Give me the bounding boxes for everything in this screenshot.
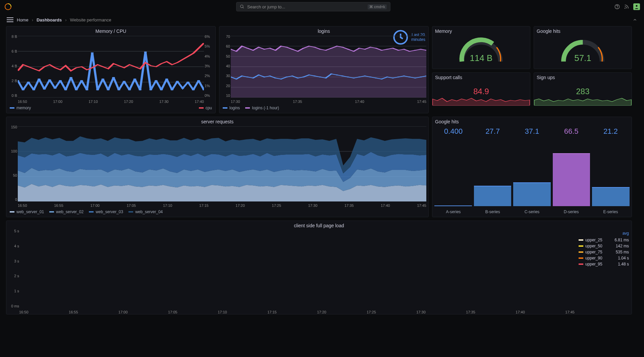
svg-point-69	[297, 51, 299, 52]
breadcrumb-home[interactable]: Home	[17, 17, 29, 22]
legend-swatch	[579, 263, 583, 265]
svg-point-14	[21, 90, 24, 91]
svg-point-45	[186, 82, 190, 83]
panel-title: Memory	[432, 26, 530, 35]
y-axis-left: 150100500	[8, 125, 17, 201]
panel-support-calls[interactable]: Support calls 84.9	[432, 72, 530, 106]
legend-swatch	[128, 211, 133, 213]
legend-swatch	[199, 107, 204, 109]
chart-canvas	[231, 36, 426, 98]
svg-point-116	[358, 77, 361, 77]
grafana-logo-icon	[4, 3, 12, 11]
svg-point-88	[403, 49, 405, 50]
bar-gauge-category: C-series	[512, 210, 551, 214]
svg-point-95	[241, 75, 243, 76]
svg-point-91	[420, 49, 422, 50]
panel-title: client side full page load	[6, 221, 632, 229]
bar-gauge-cell	[474, 138, 512, 206]
svg-point-119	[375, 78, 377, 78]
svg-point-125	[409, 77, 411, 77]
svg-point-71	[308, 46, 310, 47]
svg-point-65	[274, 50, 277, 51]
svg-point-38	[149, 90, 152, 91]
legend-swatch	[245, 107, 250, 109]
svg-point-87	[397, 50, 399, 51]
legend-swatch	[579, 257, 583, 259]
svg-point-40	[160, 90, 163, 91]
panel-title: Support calls	[432, 73, 530, 81]
breadcrumb-current: Website performance	[70, 17, 111, 22]
svg-point-124	[403, 75, 405, 76]
panel-title: server requests	[6, 117, 428, 125]
breadcrumb-dashboards[interactable]: Dashboards	[37, 17, 62, 22]
bar-gauge-cell	[434, 138, 472, 206]
svg-point-26	[86, 90, 89, 91]
svg-point-108	[313, 75, 316, 76]
panel-memory-cpu[interactable]: Memory / CPU 8 B6 B4 B2 B0 B 6%5%4%3%2%1…	[6, 26, 216, 113]
svg-point-109	[319, 77, 321, 77]
x-axis: 17:3017:3517:4017:45	[231, 100, 426, 104]
svg-point-39	[155, 80, 158, 81]
panel-title: Sign ups	[534, 73, 632, 81]
legend-item: upper_50142 ms	[579, 243, 629, 249]
legend: memory cpu	[6, 104, 215, 113]
svg-point-90	[414, 50, 416, 51]
legend-swatch	[579, 251, 583, 253]
chevron-up-icon[interactable]	[633, 17, 637, 22]
svg-point-102	[280, 79, 282, 79]
svg-point-105	[297, 78, 299, 78]
svg-point-118	[369, 77, 372, 77]
svg-point-74	[325, 50, 327, 51]
svg-point-127	[420, 77, 422, 77]
search-input[interactable]: Search or jump to... ⌘ cmd+k	[236, 2, 390, 11]
chevron-right-icon: ›	[32, 17, 33, 22]
svg-point-35	[133, 78, 136, 79]
svg-point-111	[330, 73, 332, 74]
svg-point-68	[291, 49, 293, 50]
svg-point-80	[358, 48, 361, 49]
svg-point-37	[144, 52, 147, 53]
panel-google-hits-gauge[interactable]: Google hits 57.1	[534, 26, 632, 69]
rss-icon[interactable]	[624, 4, 629, 9]
help-icon[interactable]	[614, 4, 620, 9]
svg-point-43	[176, 81, 179, 82]
svg-point-82	[369, 47, 372, 48]
svg-point-32	[117, 90, 120, 91]
legend: avg upper_256.81 msupper_50142 msupper_7…	[579, 231, 629, 312]
panel-server-requests[interactable]: server requests 150100500 16:5016:5517:0…	[6, 117, 429, 217]
bar-gauge-value: 21.2	[591, 127, 630, 136]
legend-item: upper_901.04 s	[579, 255, 629, 261]
svg-point-1	[240, 5, 243, 8]
panel-google-bars[interactable]: Google hits 0.40027.737.166.521.2 A-seri…	[432, 117, 632, 217]
legend: logins logins (-1 hour)	[219, 104, 428, 113]
panel-logins[interactable]: logins Last 20 minutes 70605040302010 17…	[219, 26, 429, 113]
legend-item: upper_256.81 ms	[579, 237, 629, 243]
svg-point-5	[625, 8, 625, 8]
bar-gauge-value: 66.5	[552, 127, 591, 136]
panel-title: Memory / CPU	[6, 26, 215, 35]
panel-sign-ups[interactable]: Sign ups 283	[534, 72, 632, 106]
svg-point-61	[252, 50, 254, 51]
svg-point-85	[386, 49, 388, 50]
panel-memory-gauge[interactable]: Memory 114 B	[432, 26, 530, 69]
svg-line-2	[243, 7, 244, 8]
bar-gauge-bars	[432, 137, 632, 207]
svg-point-79	[353, 51, 355, 52]
menu-toggle[interactable]	[7, 17, 13, 22]
legend-item: upper_75535 ms	[579, 249, 629, 255]
panel-pageload[interactable]: client side full page load 5 s4 s3 s2 s1…	[6, 221, 632, 314]
svg-point-15	[27, 82, 30, 83]
search-icon	[240, 4, 245, 9]
svg-point-103	[285, 77, 288, 77]
svg-point-114	[347, 77, 349, 77]
svg-point-120	[380, 79, 383, 79]
svg-point-60	[246, 48, 249, 49]
svg-point-36	[139, 90, 142, 91]
legend-swatch	[49, 211, 54, 213]
legend-swatch	[223, 107, 227, 109]
user-avatar-icon[interactable]	[633, 3, 640, 10]
y-axis-left: 5 s4 s3 s2 s1 s0 ms	[8, 229, 19, 308]
svg-point-22	[64, 90, 67, 91]
svg-point-28	[96, 90, 99, 91]
panel-title: logins Last 20 minutes	[219, 26, 428, 35]
